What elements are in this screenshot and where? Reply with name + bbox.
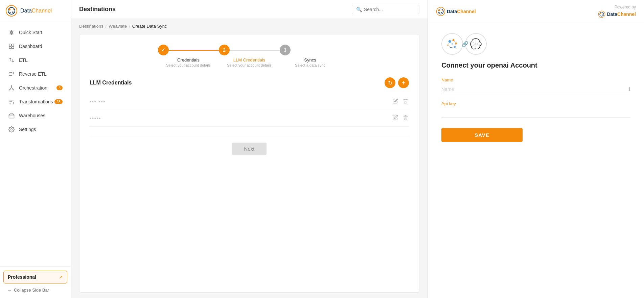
next-button[interactable]: Next [232,143,267,155]
collapse-label: Collapse Side Bar [14,288,49,293]
step-2-circle: 2 [219,45,230,55]
collapse-arrow-icon: ← [7,288,12,293]
powered-logo-icon [598,10,605,18]
sidebar-bottom: Professional ↗ ← Collapse Side Bar [0,266,71,298]
llm-credentials-section-header: LLM Credentials ↻ + [90,77,409,88]
step-syncs: 3 Syncs Select a data sync [280,45,341,67]
reverse-etl-icon [8,71,15,77]
svg-point-32 [452,43,453,45]
right-panel-body: 🔗 Connect your openai Account Name ℹ Api… [428,23,644,298]
svg-point-18 [438,9,440,11]
right-panel-header: DataChannel Powered by DataChannel [428,0,644,23]
sidebar-logo: DataChannel [0,0,71,22]
credential-row-2: ••••• [90,110,409,127]
grid-icon [8,43,15,50]
openai-svg [469,37,483,51]
svg-point-12 [9,89,10,90]
save-button[interactable]: SAVE [441,128,523,142]
powered-by-logo: DataChannel [598,10,636,18]
sidebar: DataChannel Quick Start Dashboard ETL [0,0,71,298]
cred-2-actions [392,114,409,122]
svg-point-17 [438,9,443,14]
cred-2-name: ••••• [90,116,392,121]
weaviate-svg [445,36,460,51]
svg-point-25 [602,15,603,15]
cred-2-edit-button[interactable] [392,114,399,122]
breadcrumb: Destinations / Weaviate / Create Data Sy… [71,19,428,29]
sidebar-item-label: Settings [19,127,36,132]
refresh-button[interactable]: ↻ [385,77,395,88]
step-3-label: Syncs [295,57,325,63]
gear-icon [8,126,15,133]
svg-rect-14 [9,115,14,118]
step-2-sub: Select your account details [227,63,271,67]
weaviate-brand-icon [441,33,463,55]
section-title: LLM Credentials [90,80,132,86]
sidebar-item-warehouses[interactable]: Warehouses [2,109,69,122]
svg-point-1 [8,7,15,14]
name-input[interactable] [441,84,630,94]
wizard-container: ✓ Credentials Select your account detail… [79,34,419,293]
api-key-input[interactable] [441,108,630,118]
step-line-2 [229,50,280,51]
cred-1-edit-button[interactable] [392,98,399,106]
professional-label: Professional [8,274,36,280]
breadcrumb-weaviate[interactable]: Weaviate [109,24,127,29]
powered-by: Powered by DataChannel [598,5,636,18]
page-title: Destinations [79,6,116,13]
sidebar-item-transformations[interactable]: Transformations 28 [2,95,69,108]
step-2-label: LLM Credentials [227,57,271,63]
stepper: ✓ Credentials Select your account detail… [90,45,409,67]
sidebar-item-label: ETL [19,57,28,63]
search-box[interactable]: 🔍 [352,5,419,14]
api-key-form-group: Api key [441,101,630,118]
cred-1-delete-button[interactable] [402,98,409,106]
info-icon[interactable]: ℹ [628,86,630,92]
connect-title: Connect your openai Account [441,61,630,69]
orchestration-badge: 3 [56,85,63,90]
search-icon: 🔍 [356,7,362,12]
right-panel-brand-logo: DataChannel [436,7,476,16]
name-label: Name [441,77,630,82]
rocket-icon [8,29,15,36]
add-credential-button[interactable]: + [398,77,409,88]
name-form-group: Name ℹ [441,77,630,94]
orchestration-icon [8,84,15,91]
sidebar-nav: Quick Start Dashboard ETL Reverse ETL [0,22,71,266]
collapse-sidebar-button[interactable]: ← Collapse Side Bar [3,286,67,294]
powered-by-label: Powered by [615,5,636,9]
sidebar-item-label: Warehouses [19,113,45,118]
svg-point-5 [9,12,11,13]
sidebar-item-dashboard[interactable]: Dashboard [2,40,69,53]
svg-point-16 [437,7,445,16]
search-input[interactable] [364,7,415,12]
step-3-sub: Select a data sync [295,63,325,67]
step-1-label: Credentials [166,57,210,63]
sidebar-item-etl[interactable]: ETL [2,53,69,67]
sidebar-item-label: Quick Start [19,30,42,35]
svg-point-20 [442,10,443,11]
api-key-label: Api key [441,101,630,106]
sidebar-item-label: Transformations [19,99,53,104]
step-3-circle: 3 [280,45,291,55]
svg-point-2 [8,8,10,10]
professional-box[interactable]: Professional ↗ [3,271,67,283]
cred-1-name: ••• ••• [90,99,392,104]
sidebar-item-label: Reverse ETL [19,71,47,77]
svg-point-13 [13,89,14,90]
transformations-badge: 28 [54,99,63,104]
transformations-icon [8,98,15,105]
svg-rect-9 [9,47,11,49]
sidebar-item-quick-start[interactable]: Quick Start [2,26,69,39]
svg-point-15 [11,129,13,130]
arrows-icon [8,57,15,64]
warehouse-icon [8,112,15,119]
breadcrumb-destinations[interactable]: Destinations [79,24,104,29]
sidebar-item-reverse-etl[interactable]: Reverse ETL [2,67,69,81]
section-actions: ↻ + [385,77,409,88]
credential-row-1: ••• ••• [90,94,409,110]
sidebar-item-settings[interactable]: Settings [2,123,69,136]
sidebar-item-orchestration[interactable]: Orchestration 3 [2,81,69,95]
step-line-1 [168,50,219,51]
cred-2-delete-button[interactable] [402,114,409,122]
